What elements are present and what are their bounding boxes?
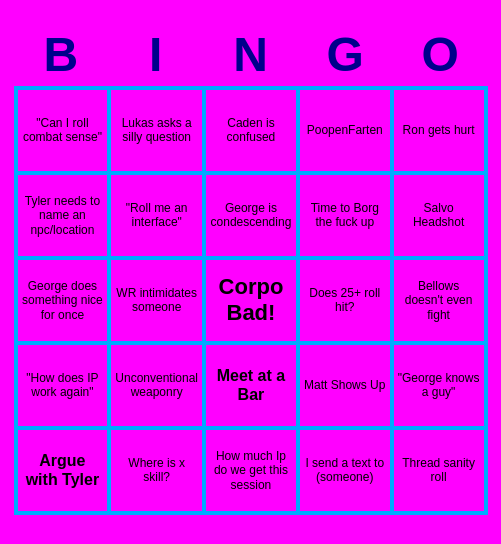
bingo-cell-r0c4[interactable]: Ron gets hurt	[392, 88, 486, 173]
bingo-cell-r2c3[interactable]: Does 25+ roll hit?	[298, 258, 392, 343]
bingo-cell-r4c3[interactable]: I send a text to (someone)	[298, 428, 392, 513]
bingo-grid: "Can I roll combat sense"Lukas asks a si…	[14, 86, 488, 515]
bingo-cell-r0c2[interactable]: Caden is confused	[204, 88, 298, 173]
bingo-cell-r3c3[interactable]: Matt Shows Up	[298, 343, 392, 428]
letter-i: I	[112, 29, 200, 82]
bingo-card: B I N G O "Can I roll combat sense"Lukas…	[6, 21, 496, 523]
bingo-cell-r2c1[interactable]: WR intimidates someone	[109, 258, 204, 343]
bingo-cell-r1c4[interactable]: Salvo Headshot	[392, 173, 486, 258]
bingo-cell-r1c3[interactable]: Time to Borg the fuck up	[298, 173, 392, 258]
bingo-header: B I N G O	[14, 29, 488, 82]
letter-g: G	[301, 29, 389, 82]
letter-o: O	[396, 29, 484, 82]
bingo-cell-r0c0[interactable]: "Can I roll combat sense"	[16, 88, 110, 173]
bingo-cell-r3c2[interactable]: Meet at a Bar	[204, 343, 298, 428]
bingo-cell-r0c3[interactable]: PoopenFarten	[298, 88, 392, 173]
bingo-cell-r4c2[interactable]: How much Ip do we get this session	[204, 428, 298, 513]
letter-b: B	[17, 29, 105, 82]
bingo-cell-r3c4[interactable]: "George knows a guy"	[392, 343, 486, 428]
bingo-cell-r2c2[interactable]: Corpo Bad!	[204, 258, 298, 343]
bingo-cell-r2c4[interactable]: Bellows doesn't even fight	[392, 258, 486, 343]
bingo-cell-r1c2[interactable]: George is condescending	[204, 173, 298, 258]
bingo-cell-r3c0[interactable]: "How does IP work again"	[16, 343, 110, 428]
letter-n: N	[206, 29, 294, 82]
bingo-cell-r4c0[interactable]: Argue with Tyler	[16, 428, 110, 513]
bingo-cell-r0c1[interactable]: Lukas asks a silly question	[109, 88, 204, 173]
bingo-cell-r4c4[interactable]: Thread sanity roll	[392, 428, 486, 513]
bingo-cell-r4c1[interactable]: Where is x skill?	[109, 428, 204, 513]
bingo-cell-r1c1[interactable]: "Roll me an interface"	[109, 173, 204, 258]
bingo-cell-r3c1[interactable]: Unconventional weaponry	[109, 343, 204, 428]
bingo-cell-r2c0[interactable]: George does something nice for once	[16, 258, 110, 343]
bingo-cell-r1c0[interactable]: Tyler needs to name an npc/location	[16, 173, 110, 258]
